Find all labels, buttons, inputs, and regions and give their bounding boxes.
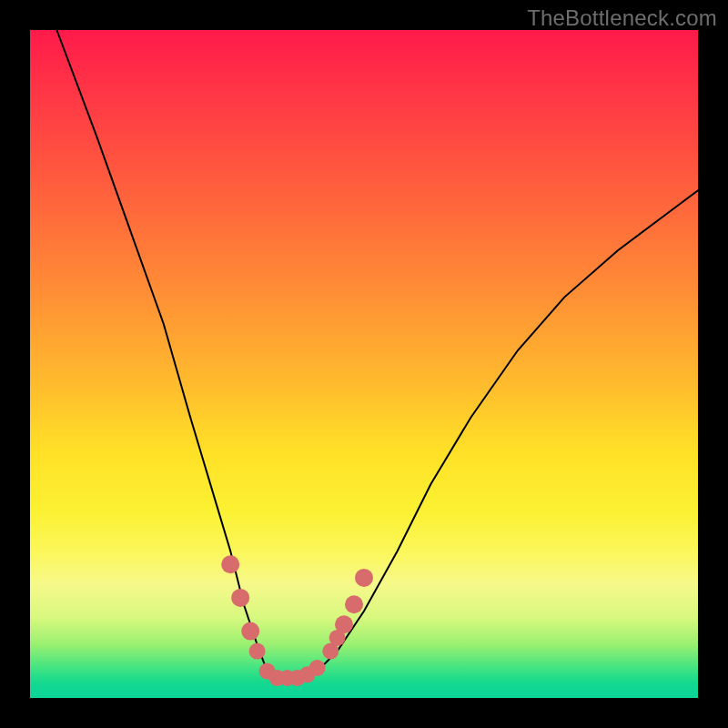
highlight-point (345, 595, 363, 613)
highlight-point (249, 643, 266, 660)
highlight-point (335, 615, 353, 633)
highlight-point (355, 569, 373, 587)
highlight-markers (221, 555, 373, 686)
watermark-text: TheBottleneck.com (527, 5, 717, 31)
bottleneck-curve (56, 30, 698, 678)
chart-frame: TheBottleneck.com (0, 0, 728, 728)
highlight-point (221, 555, 239, 573)
highlight-point (309, 660, 326, 676)
highlight-point (241, 622, 259, 641)
highlight-point (231, 589, 249, 607)
plot-area (30, 30, 698, 698)
chart-svg (30, 30, 698, 698)
